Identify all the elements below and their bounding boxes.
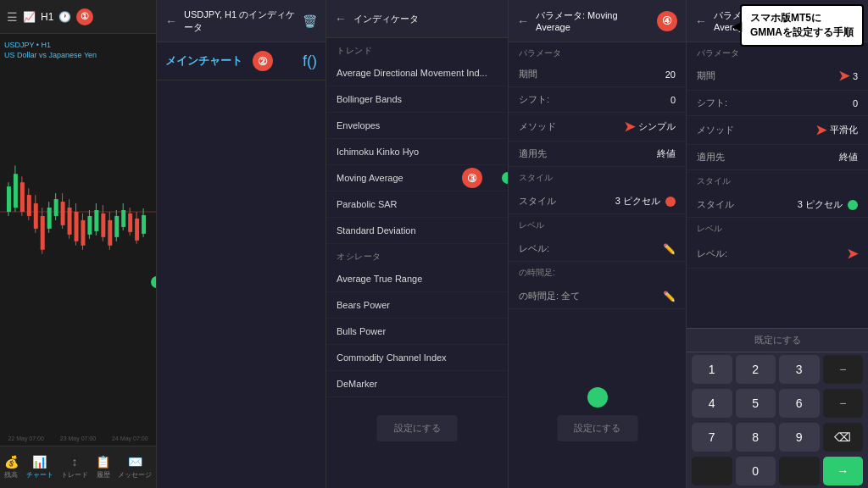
param-level-name: レベル: (519, 242, 549, 255)
callout-box: ◀ スマホ版MT5にGMMAを設定する手順 (740, 4, 864, 47)
key-4[interactable]: 4 (692, 389, 732, 418)
method2-arrow-icon: ➤ (815, 122, 826, 138)
key-3[interactable]: 3 (779, 355, 820, 384)
params1-section-label: パラメータ (509, 42, 686, 62)
hamburger-icon[interactable]: ☰ (7, 10, 18, 24)
params2-method-name: メソッド (697, 124, 734, 136)
key-5[interactable]: 5 (736, 389, 776, 418)
main-chart-submenu: メインチャート ② f() (157, 42, 326, 80)
back-icon[interactable]: ← (335, 12, 347, 25)
params-panel-1: ← パラメータ: Moving Average ④ パラメータ 期間 20 シフ… (509, 0, 687, 488)
history-icon: 📋 (96, 455, 110, 469)
nav-messages[interactable]: ✉️ メッセージ (118, 455, 152, 480)
params2-method-value[interactable]: ➤平滑化 (815, 122, 858, 138)
params2-apply-value[interactable]: 終値 (839, 151, 858, 164)
list-item-ma[interactable]: Moving Average ③ (326, 165, 508, 191)
param-method-value[interactable]: ➤シンプル (624, 119, 676, 135)
list-item-bollinger[interactable]: Bollinger Bands (326, 86, 508, 113)
nav-balance[interactable]: 💰 残高 (4, 455, 19, 480)
nav-history[interactable]: 📋 履歴 (96, 455, 110, 480)
params1-back-icon[interactable]: ← (517, 14, 529, 28)
params2-back-icon[interactable]: ← (695, 14, 707, 28)
param-style-row: スタイル 3 ピクセル (509, 189, 686, 214)
tf-edit-icon[interactable]: ✏️ (663, 291, 676, 302)
level-edit-icon[interactable]: ✏️ (663, 243, 676, 255)
list-item-admi[interactable]: Average Directional Movement Ind... (326, 60, 508, 86)
badge-2: ② (253, 51, 273, 71)
param-shift-name: シフト: (519, 93, 549, 106)
history-label: 履歴 (97, 470, 110, 480)
nav-chart[interactable]: 📊 チャート (26, 455, 53, 480)
key-7[interactable]: 7 (692, 423, 732, 452)
params1-title: パラメータ: Moving Average (536, 9, 650, 32)
param-style-value[interactable]: 3 ピクセル (615, 195, 676, 208)
function-icon[interactable]: f() (303, 53, 317, 70)
bottom-navigation[interactable]: 💰 残高 📊 チャート ↕️ トレード 📋 履歴 ✉️ メッセージ (0, 446, 156, 488)
param-style-name: スタイル (519, 195, 556, 208)
param-tf-row: の時間足: 全て ✏️ (509, 284, 686, 309)
moving-average-dot (502, 172, 509, 184)
key-minus-1[interactable]: − (823, 355, 864, 384)
params2-shift-value[interactable]: 0 (853, 98, 858, 108)
chart-panel: ☰ 📈 H1 🕐 ① USDJPY • H1 US Dollar vs Japa… (0, 0, 157, 488)
keyboard-title: 既定にする (687, 329, 868, 352)
nav-trade[interactable]: ↕️ トレード (61, 455, 88, 480)
balance-label: 残高 (4, 470, 18, 480)
style-section-divider: スタイル (509, 167, 686, 189)
list-item-envelopes[interactable]: Envelopes (326, 113, 508, 139)
chart-top-bar: ☰ 📈 H1 🕐 ① (0, 0, 156, 34)
key-9[interactable]: 9 (779, 423, 820, 452)
list-item-ichimoku[interactable]: Ichimoku Kinko Hyo (326, 139, 508, 165)
param-method-row[interactable]: メソッド ➤シンプル (509, 113, 686, 141)
key-minus-2[interactable]: − (823, 389, 864, 418)
keyboard-row-3: 7 8 9 ⌫ (687, 420, 868, 454)
delete-icon[interactable]: 🗑️ (303, 14, 317, 28)
list-item-stddev[interactable]: Standard Deviation (326, 218, 508, 244)
key-8[interactable]: 8 (736, 423, 776, 452)
params2-style-value[interactable]: 3 ピクセル (798, 198, 858, 211)
list-item-bears[interactable]: Bears Power (326, 292, 508, 319)
trade-icon: ↕️ (71, 455, 77, 469)
param-apply-value[interactable]: 終値 (657, 147, 676, 160)
keyboard-row-4: 0 → (687, 454, 868, 488)
list-item-parabolic[interactable]: Parabolic SAR (326, 191, 508, 218)
param-shift-value[interactable]: 0 (670, 95, 676, 105)
back-arrow-icon[interactable]: ← (165, 14, 177, 28)
chart-area[interactable]: USDJPY • H1 US Dollar vs Japanese Yen (0, 34, 156, 390)
trend-section-title: トレンド (326, 38, 508, 60)
key-1[interactable]: 1 (692, 355, 732, 384)
list-item-cci[interactable]: Commodity Channel Index (326, 345, 508, 371)
params2-level-name: レベル: (697, 247, 727, 260)
key-6[interactable]: 6 (779, 389, 820, 418)
params1-set-default-button[interactable]: 設定にする (557, 415, 637, 441)
level-arrow-icon: ➤ (847, 246, 858, 262)
param-period-value[interactable]: 20 (665, 69, 676, 80)
period-arrow-icon: ➤ (838, 68, 849, 84)
key-enter[interactable]: → (823, 457, 864, 485)
params2-period-name: 期間 (697, 69, 715, 82)
key-2[interactable]: 2 (736, 355, 776, 384)
params2-period-value[interactable]: ➤3 (838, 68, 858, 84)
params2-shift-name: シフト: (697, 97, 727, 109)
chart-type-icon[interactable]: 📈 (23, 11, 36, 23)
style2-color-dot (848, 200, 858, 210)
trade-label: トレード (61, 470, 88, 480)
key-delete[interactable]: ⌫ (823, 423, 864, 452)
params2-style-name: スタイル (697, 198, 734, 211)
params2-shift-row: シフト: 0 (687, 91, 868, 116)
balance-icon: 💰 (4, 455, 19, 469)
list-item-demarker[interactable]: DeMarker (326, 371, 508, 397)
list-item-atr[interactable]: Average True Range (326, 266, 508, 292)
key-0[interactable]: 0 (736, 457, 776, 485)
param-level-row: レベル: ✏️ (509, 236, 686, 262)
set-default-button[interactable]: 設定にする (377, 415, 458, 441)
level-section-divider: レベル (509, 214, 686, 236)
numeric-keyboard[interactable]: 既定にする 1 2 3 − 4 5 6 − 7 8 9 ⌫ 0 → (687, 328, 868, 488)
list-item-bulls[interactable]: Bulls Power (326, 319, 508, 345)
date-labels: 22 May 07:00 23 May 07:00 24 May 07:00 (0, 435, 156, 441)
indicator-list-header: ← インディケータ (326, 0, 508, 38)
keyboard-row-1: 1 2 3 − (687, 352, 868, 386)
oscillator-section-title: オシレータ (326, 244, 508, 266)
style-color-dot (665, 197, 676, 207)
params2-method-row[interactable]: メソッド ➤平滑化 (687, 116, 868, 145)
